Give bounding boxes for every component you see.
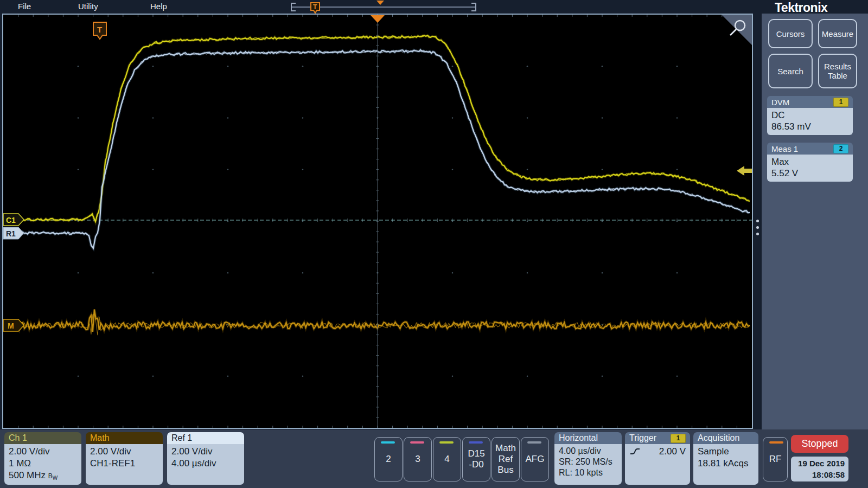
search-button[interactable]: Search (768, 54, 813, 88)
trigger-title: Trigger (629, 433, 656, 443)
channel1-scale: 2.00 V/div (9, 446, 77, 458)
horizontal-scale: 4.00 µs/div (559, 446, 617, 457)
math-reference-label: M (8, 322, 14, 330)
channel1-reference-label: C1 (6, 216, 16, 224)
slider-position-triangle-icon[interactable] (376, 1, 384, 5)
bandwidth-limit-icon: BW (48, 472, 58, 480)
meas1-title: Meas 1 (771, 144, 798, 153)
math-scale: 2.00 V/div (90, 446, 158, 458)
cursors-button[interactable]: Cursors (768, 19, 813, 48)
dvm-title: DVM (771, 98, 789, 107)
math-badge[interactable]: Math 2.00 V/div CH1-REF1 (86, 432, 163, 485)
datetime-display: 19 Dec 2019 18:08:58 (791, 457, 848, 481)
dvm-panel[interactable]: DVM 1 DC 86.53 mV (767, 96, 853, 135)
horizontal-record-length: RL: 10 kpts (559, 467, 617, 478)
slider-trigger-label: T (313, 3, 317, 11)
channel1-impedance: 1 MΩ (9, 458, 77, 470)
ref1-timebase: 4.00 µs/div (171, 458, 240, 470)
acquisition-badge[interactable]: Acquisition Sample 18.81 kAcqs (693, 432, 758, 485)
ref1-title: Ref 1 (171, 433, 192, 443)
bottom-bar: Ch 1 2.00 V/div 1 MΩ 500 MHz BW Math 2.0… (0, 429, 868, 488)
channel4-button[interactable]: 4 (433, 437, 461, 481)
acquisition-title: Acquisition (698, 433, 739, 443)
trigger-level: 2.00 V (659, 446, 686, 458)
horizontal-sample-rate: SR: 250 MS/s (559, 457, 617, 467)
menu-bar: File Utility Help T Tektronix (0, 0, 868, 14)
time-text: 18:08:58 (791, 469, 845, 480)
channel1-badge[interactable]: Ch 1 2.00 V/div 1 MΩ 500 MHz BW (4, 432, 81, 485)
dvm-mode: DC (771, 110, 848, 121)
digital-channels-button[interactable]: D15 -D0 (462, 437, 490, 481)
trigger-badge[interactable]: Trigger 1 2.00 V (625, 432, 690, 485)
channel2-button[interactable]: 2 (374, 437, 403, 481)
trigger-position-triangle-icon[interactable] (371, 15, 385, 23)
dvm-value: 86.53 mV (771, 121, 848, 132)
trigger-level-arrow-icon[interactable] (737, 166, 752, 176)
afg-button[interactable]: AFG (521, 437, 549, 481)
rf-button[interactable]: RF (763, 437, 788, 481)
run-stop-status[interactable]: Stopped (791, 435, 848, 453)
date-text: 19 Dec 2019 (791, 458, 845, 469)
grip-dot-icon[interactable] (756, 226, 759, 229)
channel1-title: Ch 1 (9, 433, 27, 443)
channel1-bandwidth: 500 MHz BW (9, 470, 77, 484)
grip-dot-icon[interactable] (756, 220, 759, 222)
horizontal-title: Horizontal (559, 433, 598, 443)
horizontal-position-slider: T (0, 0, 868, 14)
sidebar: Cursors Measure Search Results Table DVM… (762, 14, 868, 429)
waveform-display[interactable]: T C1 R1 M (2, 14, 753, 429)
grip-dot-icon[interactable] (756, 233, 759, 235)
math-ref-bus-button[interactable]: Math Ref Bus (492, 437, 520, 481)
waveform-traces (3, 35, 750, 335)
tektronix-logo: Tektronix (775, 1, 827, 15)
meas1-panel[interactable]: Meas 1 2 Max 5.52 V (767, 143, 853, 182)
ref1-badge[interactable]: Ref 1 2.00 V/div 4.00 µs/div (167, 432, 244, 485)
rising-edge-icon (629, 446, 641, 455)
meas1-type: Max (771, 156, 848, 168)
meas1-value: 5.52 V (771, 168, 848, 179)
dvm-source-badge: 1 (833, 98, 848, 107)
acquisition-mode: Sample (698, 446, 754, 458)
trigger-t-label: T (97, 25, 102, 34)
math-title: Math (90, 433, 110, 443)
trigger-source-badge: 1 (671, 434, 686, 443)
channel3-button[interactable]: 3 (404, 437, 432, 481)
ref1-reference-label: R1 (6, 229, 16, 238)
magnifier-handle-icon (730, 29, 736, 35)
screen-sidebar-divider (753, 14, 762, 429)
measure-button[interactable]: Measure (818, 19, 857, 48)
math-expression: CH1-REF1 (90, 458, 158, 470)
ref1-scale: 2.00 V/div (171, 446, 240, 458)
results-table-button[interactable]: Results Table (818, 54, 857, 88)
meas1-source-badge: 2 (833, 144, 848, 153)
acquisition-count: 18.81 kAcqs (698, 458, 754, 470)
horizontal-badge[interactable]: Horizontal 4.00 µs/div SR: 250 MS/s RL: … (554, 432, 622, 485)
